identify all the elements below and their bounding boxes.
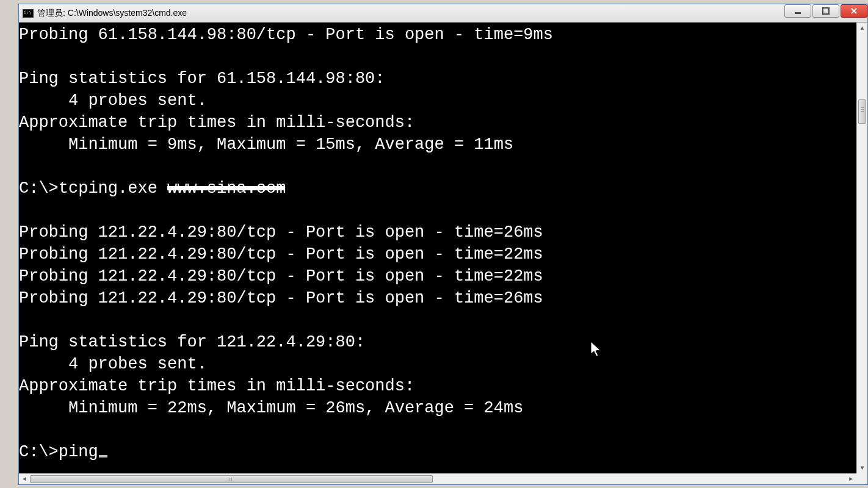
output-line: Ping statistics for 121.22.4.29:80:	[19, 331, 856, 353]
prompt: C:\>	[19, 443, 59, 461]
svg-rect-1	[823, 8, 829, 14]
scroll-up-arrow[interactable]: ▲	[857, 23, 867, 34]
horizontal-scrollbar[interactable]: ◄ ►	[19, 473, 856, 484]
output-line: Probing 121.22.4.29:80/tcp - Port is ope…	[19, 221, 856, 243]
scroll-left-arrow[interactable]: ◄	[19, 474, 30, 484]
cmd-icon	[23, 9, 34, 18]
titlebar[interactable]: 管理员: C:\Windows\system32\cmd.exe	[19, 4, 867, 23]
output-line: Minimum = 9ms, Maximum = 15ms, Average =…	[19, 134, 856, 156]
svg-rect-0	[795, 12, 801, 14]
terminal-output[interactable]: Probing 61.158.144.98:80/tcp - Port is o…	[19, 23, 856, 473]
output-line: 4 probes sent.	[19, 353, 856, 375]
current-command: ping	[59, 443, 98, 461]
prev-command-prefix: tcping.exe	[59, 179, 167, 198]
close-button[interactable]	[841, 4, 867, 18]
output-line: 4 probes sent.	[19, 90, 856, 112]
output-line: Ping statistics for 61.158.144.98:80:	[19, 68, 856, 90]
bottom-scroll-row: ◄ ►	[19, 473, 867, 484]
prompt: C:\>	[19, 179, 59, 198]
close-icon	[850, 7, 858, 15]
vscroll-thumb[interactable]	[858, 99, 866, 124]
hscroll-thumb[interactable]	[30, 475, 433, 483]
scroll-corner	[856, 473, 867, 484]
output-line: Minimum = 22ms, Maximum = 26ms, Average …	[19, 397, 856, 419]
output-line	[19, 156, 856, 178]
output-line: Probing 121.22.4.29:80/tcp - Port is ope…	[19, 287, 856, 309]
output-line: Approximate trip times in milli-seconds:	[19, 375, 856, 397]
minimize-icon	[794, 7, 801, 15]
redacted-argument: www.sina.com	[167, 178, 286, 199]
hscroll-track[interactable]	[30, 474, 845, 484]
vscroll-track[interactable]	[857, 34, 867, 462]
vertical-scrollbar[interactable]: ▲ ▼	[856, 23, 867, 473]
output-line	[19, 419, 856, 441]
maximize-icon	[822, 7, 830, 15]
output-line: Probing 121.22.4.29:80/tcp - Port is ope…	[19, 265, 856, 287]
output-line: Approximate trip times in milli-seconds:	[19, 112, 856, 134]
window-title: 管理员: C:\Windows\system32\cmd.exe	[37, 8, 187, 19]
output-line: Probing 61.158.144.98:80/tcp - Port is o…	[19, 24, 856, 46]
window-controls	[783, 4, 867, 19]
text-cursor	[99, 455, 107, 458]
scroll-down-arrow[interactable]: ▼	[857, 462, 867, 473]
minimize-button[interactable]	[784, 4, 811, 18]
output-line	[19, 309, 856, 331]
maximize-button[interactable]	[812, 4, 839, 18]
output-line	[19, 199, 856, 221]
prev-command-line: C:\>tcping.exe www.sina.com	[19, 178, 856, 199]
terminal-area: Probing 61.158.144.98:80/tcp - Port is o…	[19, 23, 867, 473]
output-line: Probing 121.22.4.29:80/tcp - Port is ope…	[19, 243, 856, 265]
cmd-window: 管理员: C:\Windows\system32\cmd.exe Probing…	[18, 4, 868, 485]
current-command-line[interactable]: C:\>ping	[19, 441, 856, 463]
output-line	[19, 46, 856, 68]
scroll-right-arrow[interactable]: ►	[845, 474, 856, 484]
